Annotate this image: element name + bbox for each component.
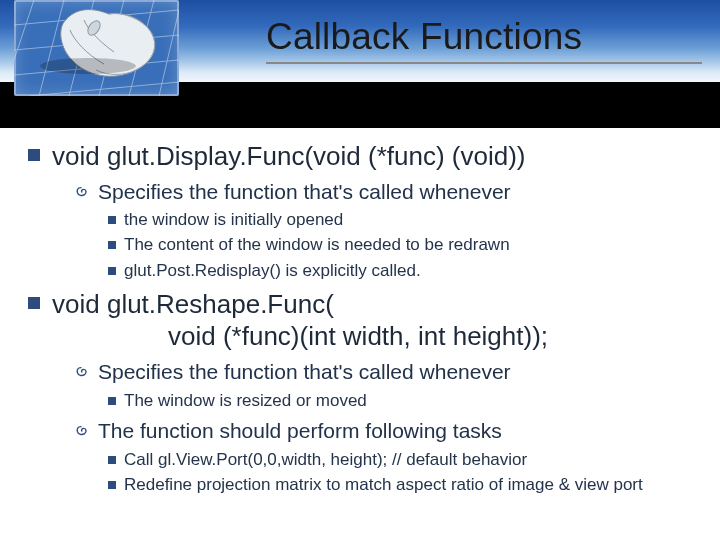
- bullet-text: the window is initially opened: [124, 209, 343, 231]
- svg-line-1: [39, 0, 64, 96]
- section-2: void glut.Reshape.Func( void (*func)(int…: [28, 288, 702, 496]
- slide-title: Callback Functions: [266, 16, 582, 58]
- square-bullet-icon: [28, 149, 40, 161]
- section-heading: void glut.Display.Func(void (*func) (voi…: [52, 140, 525, 173]
- bullet-list: void glut.Display.Func(void (*func) (voi…: [28, 140, 702, 496]
- svg-line-9: [29, 82, 179, 96]
- sub-item: Specifies the function that's called whe…: [74, 179, 702, 282]
- square-bullet-icon: [28, 297, 40, 309]
- bullet-item: glut.Post.Redisplay() is explicitly call…: [108, 260, 702, 282]
- square-bullet-icon: [108, 267, 116, 275]
- heading-line-2: void (*func)(int width, int height));: [52, 320, 548, 353]
- sub-text: Specifies the function that's called whe…: [98, 179, 511, 206]
- bullet-item: The content of the window is needed to b…: [108, 234, 702, 256]
- heading-line-1: void glut.Reshape.Func(: [52, 289, 334, 319]
- section-1: void glut.Display.Func(void (*func) (voi…: [28, 140, 702, 282]
- bullet-text: glut.Post.Redisplay() is explicitly call…: [124, 260, 421, 282]
- svg-line-0: [14, 0, 34, 60]
- title-underline: [266, 62, 702, 64]
- square-bullet-icon: [108, 241, 116, 249]
- bullet-text: The window is resized or moved: [124, 390, 367, 412]
- sub-item: Specifies the function that's called whe…: [74, 359, 702, 412]
- sub-text: Specifies the function that's called whe…: [98, 359, 511, 386]
- square-bullet-icon: [108, 481, 116, 489]
- square-bullet-icon: [108, 216, 116, 224]
- sub-text: The function should perform following ta…: [98, 418, 502, 445]
- bullet-item: Redefine projection matrix to match aspe…: [108, 474, 702, 496]
- bullet-text: Call gl.View.Port(0,0,width, height); //…: [124, 449, 527, 471]
- slide-header: Callback Functions: [0, 0, 720, 130]
- bullet-item: The window is resized or moved: [108, 390, 702, 412]
- slide: Callback Functions: [0, 0, 720, 540]
- swirl-bullet-icon: [74, 185, 88, 199]
- header-image: [14, 0, 179, 96]
- bullet-text: The content of the window is needed to b…: [124, 234, 510, 256]
- bullet-text: Redefine projection matrix to match aspe…: [124, 474, 643, 496]
- svg-point-11: [40, 58, 136, 74]
- swirl-bullet-icon: [74, 365, 88, 379]
- bullet-item: Call gl.View.Port(0,0,width, height); //…: [108, 449, 702, 471]
- square-bullet-icon: [108, 397, 116, 405]
- section-heading: void glut.Reshape.Func( void (*func)(int…: [52, 288, 548, 353]
- swirl-bullet-icon: [74, 424, 88, 438]
- mouse-icon: [14, 0, 179, 96]
- slide-content: void glut.Display.Func(void (*func) (voi…: [0, 128, 720, 504]
- square-bullet-icon: [108, 456, 116, 464]
- sub-item: The function should perform following ta…: [74, 418, 702, 496]
- bullet-item: the window is initially opened: [108, 209, 702, 231]
